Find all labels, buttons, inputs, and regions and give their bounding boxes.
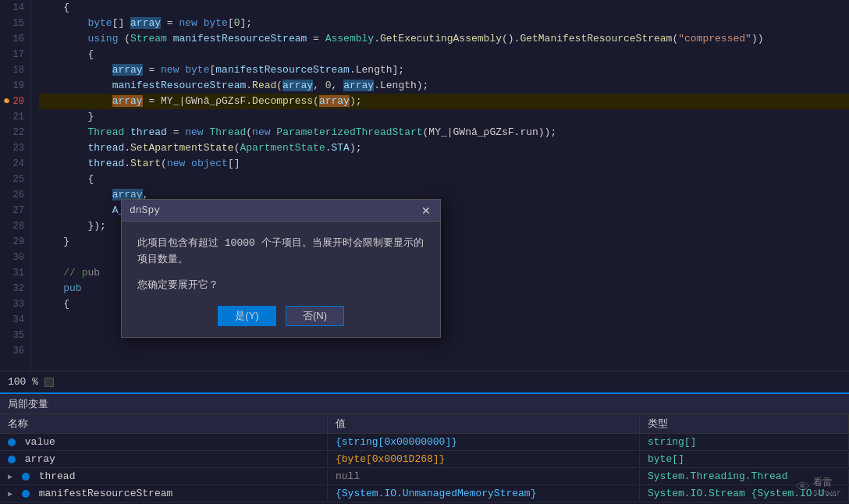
- code-line: [39, 359, 849, 371]
- dialog-text-line1: 此项目包含有超过 10000 个子项目。当展开时会限制要显示的项目数量。: [137, 236, 424, 268]
- code-line: using (Stream manifestResourceStream = A…: [39, 31, 849, 47]
- dialog-no-button[interactable]: 否(N): [286, 306, 344, 326]
- expand-icon[interactable]: ▶: [8, 489, 12, 499]
- watermark-text: 看雷: [813, 476, 841, 489]
- code-line: thread.SetApartmentState(ApartmentState.…: [39, 140, 849, 156]
- expand-icon[interactable]: ▶: [8, 472, 12, 481]
- variable-icon: [22, 490, 30, 498]
- code-line: {: [39, 172, 849, 187]
- variable-icon: [8, 438, 16, 446]
- locals-panel-title: 局部变量: [0, 394, 849, 414]
- code-line: }: [39, 109, 849, 125]
- locals-cell-type: byte[]: [640, 452, 849, 467]
- watermark-icon: 👁: [796, 479, 810, 495]
- locals-cell-name: array: [0, 452, 328, 467]
- dialog-buttons: 是(Y) 否(N): [137, 306, 424, 326]
- code-editor: 14 15 16 17 18 19 ●20 21 22 23 24 25 26 …: [0, 0, 849, 371]
- dialog-title-bar: dnSpy ✕: [122, 200, 440, 222]
- locals-cell-value: null: [328, 469, 640, 484]
- locals-col-value: 值: [328, 414, 640, 433]
- line-numbers: 14 15 16 17 18 19 ●20 21 22 23 24 25 26 …: [0, 0, 31, 371]
- code-line: thread.Start(new object[]: [39, 156, 849, 172]
- dialog-box: dnSpy ✕ 此项目包含有超过 10000 个子项目。当展开时会限制要显示的项…: [121, 199, 441, 338]
- zoom-level: 100 %: [8, 376, 38, 388]
- locals-col-type: 类型: [640, 414, 849, 433]
- dialog-title: dnSpy: [130, 204, 160, 216]
- locals-cell-value: {byte[0x0001D268]}: [328, 452, 640, 467]
- locals-col-name: 名称: [0, 414, 328, 433]
- dialog-question: 您确定要展开它？: [137, 278, 424, 292]
- dialog-yes-button[interactable]: 是(Y): [218, 306, 276, 326]
- locals-cell-name: ▶ thread: [0, 469, 328, 484]
- locals-row-array[interactable]: array {byte[0x0001D268]} byte[]: [0, 451, 849, 468]
- locals-table-header: 名称 值 类型: [0, 414, 849, 434]
- watermark-subtitle: Schwar: [813, 489, 841, 498]
- code-line: {: [39, 0, 849, 16]
- code-line: byte[] array = new byte[0];: [39, 16, 849, 31]
- code-line: {: [39, 47, 849, 62]
- locals-row-manifeststream[interactable]: ▶ manifestResourceStream {System.IO.Unma…: [0, 485, 849, 502]
- locals-panel: 局部变量 名称 值 类型 value {string[0x00000000]} …: [0, 392, 849, 504]
- locals-row-value[interactable]: value {string[0x00000000]} string[]: [0, 434, 849, 451]
- locals-cell-type: string[]: [640, 435, 849, 449]
- dialog-close-button[interactable]: ✕: [420, 204, 432, 217]
- locals-cell-value: {System.IO.UnmanagedMemoryStream}: [328, 486, 640, 501]
- code-line: manifestResourceStream.Read(array, 0, ar…: [39, 78, 849, 94]
- code-line-current: array = MY_|GWnâ_ρGZsF.Decompress(array)…: [39, 94, 849, 109]
- code-line: [39, 343, 849, 359]
- scroll-indicator[interactable]: [44, 378, 54, 387]
- code-line: Thread thread = new Thread(new Parameter…: [39, 125, 849, 140]
- locals-cell-value: {string[0x00000000]}: [328, 435, 640, 449]
- watermark: 👁 看雷 Schwar: [796, 476, 841, 498]
- dialog-body: 此项目包含有超过 10000 个子项目。当展开时会限制要显示的项目数量。 您确定…: [122, 222, 440, 337]
- locals-cell-name: value: [0, 435, 328, 449]
- variable-icon: [22, 473, 30, 481]
- locals-cell-name: ▶ manifestResourceStream: [0, 486, 328, 501]
- code-line: array = new byte[manifestResourceStream.…: [39, 62, 849, 78]
- status-bar: 100 %: [0, 371, 849, 392]
- variable-icon: [8, 456, 16, 463]
- locals-row-thread[interactable]: ▶ thread null System.Threading.Thread: [0, 468, 849, 485]
